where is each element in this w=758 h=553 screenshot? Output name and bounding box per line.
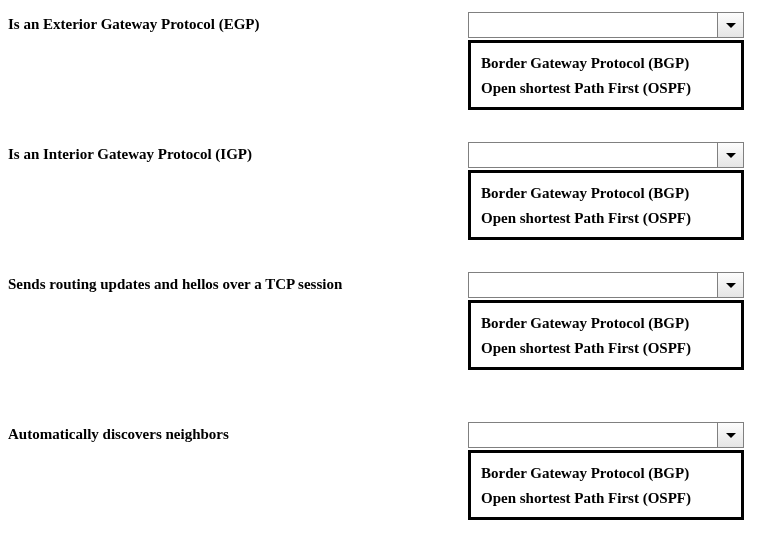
protocol-dropdown[interactable] — [468, 272, 744, 298]
question-prompt: Automatically discovers neighbors — [8, 422, 468, 443]
chevron-down-icon — [726, 153, 736, 158]
dropdown-toggle-button[interactable] — [717, 273, 743, 297]
dropdown-option[interactable]: Border Gateway Protocol (BGP) — [481, 461, 731, 486]
dropdown-toggle-button[interactable] — [717, 13, 743, 37]
dropdown-toggle-button[interactable] — [717, 423, 743, 447]
dropdown-toggle-button[interactable] — [717, 143, 743, 167]
dropdown-option[interactable]: Open shortest Path First (OSPF) — [481, 206, 731, 231]
chevron-down-icon — [726, 23, 736, 28]
question-row: Sends routing updates and hellos over a … — [8, 272, 750, 370]
answer-area: Border Gateway Protocol (BGP) Open short… — [468, 422, 744, 520]
dropdown-option[interactable]: Border Gateway Protocol (BGP) — [481, 181, 731, 206]
protocol-dropdown[interactable] — [468, 422, 744, 448]
question-row: Automatically discovers neighbors Border… — [8, 422, 750, 520]
dropdown-options-list: Border Gateway Protocol (BGP) Open short… — [468, 40, 744, 110]
answer-area: Border Gateway Protocol (BGP) Open short… — [468, 12, 744, 110]
protocol-dropdown[interactable] — [468, 12, 744, 38]
answer-area: Border Gateway Protocol (BGP) Open short… — [468, 272, 744, 370]
dropdown-option[interactable]: Border Gateway Protocol (BGP) — [481, 311, 731, 336]
dropdown-option[interactable]: Open shortest Path First (OSPF) — [481, 336, 731, 361]
dropdown-options-list: Border Gateway Protocol (BGP) Open short… — [468, 300, 744, 370]
dropdown-options-list: Border Gateway Protocol (BGP) Open short… — [468, 170, 744, 240]
question-row: Is an Exterior Gateway Protocol (EGP) Bo… — [8, 12, 750, 110]
dropdown-option[interactable]: Open shortest Path First (OSPF) — [481, 76, 731, 101]
answer-area: Border Gateway Protocol (BGP) Open short… — [468, 142, 744, 240]
dropdown-option[interactable]: Open shortest Path First (OSPF) — [481, 486, 731, 511]
question-prompt: Is an Exterior Gateway Protocol (EGP) — [8, 12, 468, 33]
question-prompt: Sends routing updates and hellos over a … — [8, 272, 468, 293]
chevron-down-icon — [726, 283, 736, 288]
question-prompt: Is an Interior Gateway Protocol (IGP) — [8, 142, 468, 163]
protocol-dropdown[interactable] — [468, 142, 744, 168]
dropdown-option[interactable]: Border Gateway Protocol (BGP) — [481, 51, 731, 76]
chevron-down-icon — [726, 433, 736, 438]
question-row: Is an Interior Gateway Protocol (IGP) Bo… — [8, 142, 750, 240]
dropdown-options-list: Border Gateway Protocol (BGP) Open short… — [468, 450, 744, 520]
